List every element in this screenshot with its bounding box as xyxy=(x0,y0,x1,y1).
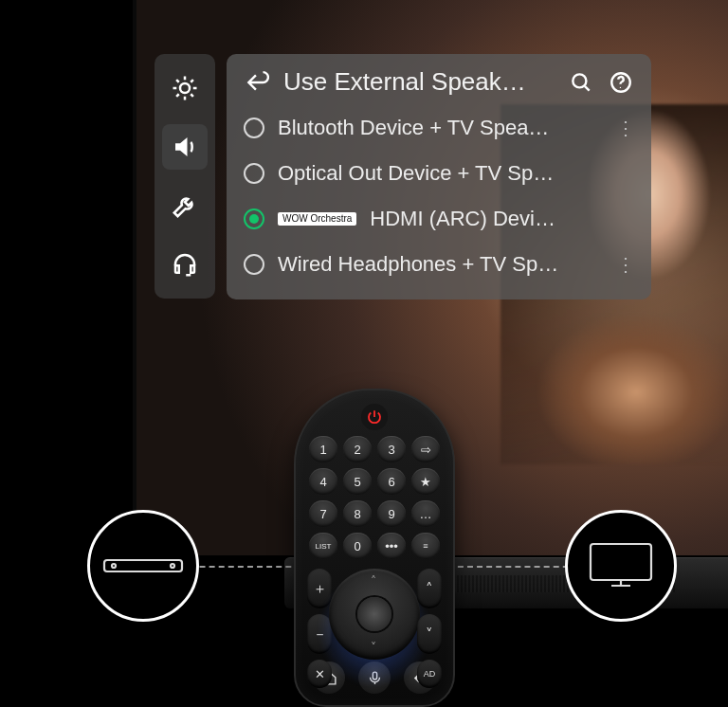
scroll-wheel[interactable]: ˄ ˅ xyxy=(329,569,420,660)
settings-nav-rail xyxy=(155,54,215,299)
nav-picture[interactable] xyxy=(162,65,208,111)
num-0[interactable]: 0 xyxy=(343,533,372,559)
num-9[interactable]: 9 xyxy=(377,500,406,527)
channel-down-button[interactable]: ˅ xyxy=(417,614,442,654)
volume-down-button[interactable]: － xyxy=(307,614,332,654)
sound-output-panel: Use External Speak… Blutooth Device + TV… xyxy=(227,54,651,299)
panel-header: Use External Speak… xyxy=(244,67,634,97)
panel-title: Use External Speak… xyxy=(283,67,555,97)
back-icon xyxy=(245,70,269,95)
voice-button[interactable] xyxy=(358,662,391,694)
svg-rect-8 xyxy=(591,544,651,580)
power-icon xyxy=(366,408,383,426)
option-wired-headphones[interactable]: Wired Headphones + TV Sp… xyxy=(244,246,634,282)
svg-point-1 xyxy=(573,74,586,87)
more-apps-button[interactable]: … xyxy=(411,500,440,527)
option-optical-tv[interactable]: Optical Out Device + TV Sp… xyxy=(244,155,634,191)
help-icon xyxy=(609,70,633,95)
svg-point-6 xyxy=(112,564,116,568)
num-6[interactable]: 6 xyxy=(377,468,406,495)
option-label: Optical Out Device + TV Sp… xyxy=(278,161,634,186)
radio-icon xyxy=(244,208,264,229)
channel-up-button[interactable]: ˄ xyxy=(417,569,442,608)
search-button[interactable] xyxy=(568,69,594,96)
headset-icon xyxy=(171,250,199,279)
nav-general[interactable] xyxy=(162,183,208,228)
wrench-icon xyxy=(171,191,199,220)
output-option-list: Blutooth Device + TV Spea… Optical Out D… xyxy=(244,110,634,282)
number-pad: 1 2 3 ⇨ 4 5 6 ★ 7 8 9 … LIST 0 ••• ≡ xyxy=(309,436,440,559)
num-7[interactable]: 7 xyxy=(309,500,337,527)
radio-icon xyxy=(244,254,264,275)
speaker-icon xyxy=(171,133,199,161)
nav-sound[interactable] xyxy=(162,124,208,170)
remote-control: 1 2 3 ⇨ 4 5 6 ★ 7 8 9 … LIST 0 ••• ≡ ＋ －… xyxy=(294,389,455,707)
chevron-up-icon: ˄ xyxy=(371,574,376,588)
ad-button[interactable]: AD xyxy=(417,660,442,688)
soundbar-icon xyxy=(102,553,184,579)
tv-callout xyxy=(565,510,677,622)
settings-overlay: Use External Speak… Blutooth Device + TV… xyxy=(155,54,651,299)
radio-icon xyxy=(244,163,264,184)
num-1[interactable]: 1 xyxy=(309,436,337,462)
volume-up-button[interactable]: ＋ xyxy=(307,569,332,608)
chevron-down-icon: ˅ xyxy=(371,641,376,654)
wow-orchestra-badge: WOW Orchestra xyxy=(278,212,356,226)
num-8[interactable]: 8 xyxy=(343,500,372,527)
num-5[interactable]: 5 xyxy=(343,468,372,495)
mic-icon xyxy=(367,670,383,686)
more-actions-button[interactable]: ••• xyxy=(377,533,406,559)
svg-point-3 xyxy=(620,86,621,87)
radio-icon xyxy=(244,118,264,138)
mute-button[interactable]: ✕ xyxy=(307,660,332,688)
search-icon xyxy=(569,70,593,95)
option-label: Wired Headphones + TV Sp… xyxy=(278,252,603,277)
svg-point-7 xyxy=(171,564,174,568)
option-hdmi-arc[interactable]: WOW Orchestra HDMI (ARC) Devi… xyxy=(244,201,634,237)
option-label: HDMI (ARC) Devi… xyxy=(370,207,634,231)
nav-support[interactable] xyxy=(162,242,208,287)
option-label: Blutooth Device + TV Spea… xyxy=(278,116,603,140)
power-button[interactable] xyxy=(361,404,388,430)
soundbar-callout xyxy=(87,510,199,622)
num-3[interactable]: 3 xyxy=(377,436,406,462)
back-button[interactable] xyxy=(244,69,270,96)
help-button[interactable] xyxy=(608,69,634,96)
input-button[interactable]: ⇨ xyxy=(411,436,440,462)
list-button[interactable]: LIST xyxy=(309,533,337,559)
svg-rect-4 xyxy=(373,672,376,680)
fav-button[interactable]: ★ xyxy=(411,468,440,495)
tv-icon xyxy=(587,540,655,591)
num-2[interactable]: 2 xyxy=(343,436,372,462)
svg-point-0 xyxy=(180,83,190,93)
brightness-icon xyxy=(171,74,199,102)
option-bluetooth-tv[interactable]: Blutooth Device + TV Spea… xyxy=(244,110,634,146)
num-4[interactable]: 4 xyxy=(309,468,337,495)
guide-button[interactable]: ≡ xyxy=(411,533,440,559)
